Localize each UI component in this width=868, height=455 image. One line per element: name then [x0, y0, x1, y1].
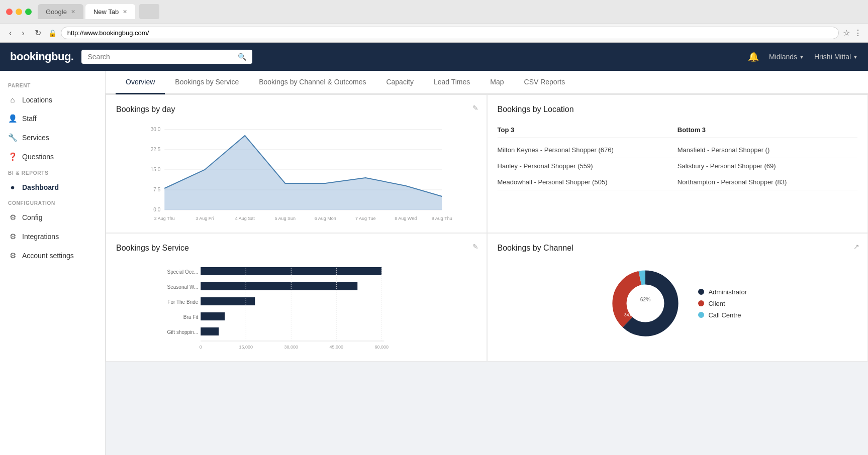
tab-bookings-service[interactable]: Bookings by Service — [165, 71, 249, 94]
bottom-location-1: Mansfield - Personal Shopper () — [678, 146, 857, 154]
top-location-3: Meadowhall - Personal Shopper (505) — [498, 178, 678, 186]
legend-item-call-centre: Call Centre — [698, 311, 747, 319]
user-dropdown[interactable]: Hrishi Mittal ▼ — [814, 53, 858, 61]
tab-bookings-channel[interactable]: Bookings by Channel & Outcomes — [249, 71, 376, 94]
svg-text:4 Aug Sat: 4 Aug Sat — [235, 216, 255, 221]
dashboard-icon: ● — [8, 183, 17, 191]
config-icon: ⚙ — [8, 213, 17, 222]
user-name-label: Hrishi Mittal — [814, 53, 851, 61]
widget-bookings-by-day: Bookings by day ✎ 30.0 22.5 15.0 7.5 0.0 — [106, 94, 487, 233]
sidebar-item-config-label: Config — [22, 213, 42, 221]
bookings-by-service-chart: Special Occ... Seasonal W... For The Bri… — [116, 261, 476, 351]
sidebar-item-integrations[interactable]: ⚙ Integrations — [0, 227, 105, 246]
bottom-location-2: Salisbury - Personal Shopper (69) — [678, 162, 857, 170]
search-input[interactable] — [87, 53, 234, 61]
minimize-window-btn[interactable] — [16, 9, 22, 15]
address-input[interactable] — [61, 27, 839, 39]
integrations-icon: ⚙ — [8, 232, 17, 241]
notifications-bell-icon[interactable]: 🔔 — [748, 51, 759, 62]
svg-rect-28 — [201, 327, 219, 335]
browser-tab-newtab-close[interactable]: ✕ — [123, 9, 127, 15]
window-controls — [6, 9, 32, 15]
svg-text:15,000: 15,000 — [239, 345, 253, 350]
menu-icon[interactable]: ⋮ — [854, 28, 862, 38]
staff-icon: 👤 — [8, 114, 17, 123]
bookings-by-channel-expand-icon[interactable]: ↗ — [853, 243, 859, 251]
svg-text:7.5: 7.5 — [153, 187, 160, 192]
legend-dot-client — [698, 300, 704, 306]
svg-text:30.0: 30.0 — [151, 127, 161, 132]
sidebar-parent-label: PARENT — [0, 79, 105, 90]
svg-text:22.5: 22.5 — [151, 147, 161, 152]
tabs-bar: Overview Bookings by Service Bookings by… — [106, 71, 868, 94]
tab-overview[interactable]: Overview — [116, 71, 165, 94]
tab-bookings-service-label: Bookings by Service — [175, 78, 239, 86]
tab-csv-reports[interactable]: CSV Reports — [514, 71, 575, 94]
browser-tab-google[interactable]: Google ✕ — [38, 4, 83, 19]
services-icon: 🔧 — [8, 133, 17, 142]
svg-text:15.0: 15.0 — [151, 167, 161, 172]
sidebar-item-services-label: Services — [22, 134, 49, 142]
legend-label-administrator: Administrator — [708, 288, 747, 296]
legend-dot-call-centre — [698, 312, 704, 318]
logo: bookingbug. — [10, 50, 73, 63]
bookings-by-day-expand-icon[interactable]: ✎ — [472, 104, 478, 112]
region-label: Midlands — [769, 53, 797, 61]
tab-capacity[interactable]: Capacity — [376, 71, 423, 94]
top3-header: Top 3 — [498, 126, 678, 134]
top-location-1: Milton Keynes - Personal Shopper (676) — [498, 146, 678, 154]
browser-forward-btn[interactable]: › — [19, 28, 27, 39]
widget-bookings-by-location: Bookings by Location Top 3 Bottom 3 Milt… — [487, 94, 869, 233]
legend-dot-administrator — [698, 289, 704, 295]
tab-csv-reports-label: CSV Reports — [524, 78, 565, 86]
star-icon[interactable]: ☆ — [843, 28, 850, 38]
browser-tab-newtab[interactable]: New Tab ✕ — [85, 4, 135, 19]
donut-chart-svg: 62% 34.6% — [608, 266, 683, 341]
sidebar-item-services[interactable]: 🔧 Services — [0, 128, 105, 147]
location-table-header: Top 3 Bottom 3 — [498, 122, 858, 138]
table-row: Hanley - Personal Shopper (559) Salisbur… — [498, 158, 858, 174]
browser-back-btn[interactable]: ‹ — [6, 28, 15, 39]
svg-rect-22 — [201, 282, 357, 290]
dashboard-grid: Bookings by day ✎ 30.0 22.5 15.0 7.5 0.0 — [106, 94, 868, 362]
sidebar-item-dashboard[interactable]: ● Dashboard — [0, 178, 105, 196]
table-row: Meadowhall - Personal Shopper (505) Nort… — [498, 174, 858, 190]
tab-lead-times[interactable]: Lead Times — [424, 71, 480, 94]
svg-text:45,000: 45,000 — [329, 345, 343, 350]
user-dropdown-arrow: ▼ — [853, 54, 858, 60]
region-dropdown-arrow: ▼ — [799, 54, 804, 60]
new-tab-btn[interactable] — [139, 4, 159, 19]
sidebar-item-locations[interactable]: ⌂ Locations — [0, 90, 105, 109]
browser-tab-google-close[interactable]: ✕ — [71, 9, 75, 15]
bookings-by-day-chart: 30.0 22.5 15.0 7.5 0.0 — [116, 122, 476, 222]
svg-text:34.6%: 34.6% — [625, 312, 637, 317]
svg-text:62%: 62% — [640, 297, 651, 302]
browser-chrome: Google ✕ New Tab ✕ ‹ › ↻ 🔒 ☆ ⋮ — [0, 0, 868, 43]
sidebar-item-questions-label: Questions — [22, 153, 54, 161]
legend-item-administrator: Administrator — [698, 288, 747, 296]
svg-text:7 Aug Tue: 7 Aug Tue — [355, 216, 376, 221]
line-chart-svg: 30.0 22.5 15.0 7.5 0.0 — [116, 122, 476, 222]
svg-text:2 Aug Thu: 2 Aug Thu — [154, 216, 175, 221]
bookings-by-day-title: Bookings by day — [116, 105, 476, 114]
header-right: 🔔 Midlands ▼ Hrishi Mittal ▼ — [748, 51, 858, 62]
legend-label-client: Client — [708, 300, 725, 307]
maximize-window-btn[interactable] — [25, 9, 32, 15]
svg-rect-26 — [201, 312, 225, 320]
sidebar-item-questions[interactable]: ❓ Questions — [0, 147, 105, 166]
tab-map-label: Map — [490, 78, 504, 86]
sidebar-item-dashboard-label: Dashboard — [22, 183, 59, 191]
close-window-btn[interactable] — [6, 9, 13, 15]
browser-tab-google-label: Google — [46, 8, 67, 16]
tab-overview-label: Overview — [126, 78, 155, 86]
sidebar-item-account-settings[interactable]: ⚙ Account settings — [0, 246, 105, 265]
sidebar-item-config[interactable]: ⚙ Config — [0, 208, 105, 227]
region-dropdown[interactable]: Midlands ▼ — [769, 53, 804, 61]
search-icon[interactable]: 🔍 — [238, 53, 246, 61]
widget-bookings-by-service: Bookings by Service ✎ Special Occ... Sea… — [106, 233, 487, 362]
browser-refresh-btn[interactable]: ↻ — [32, 27, 44, 39]
bookings-by-service-expand-icon[interactable]: ✎ — [472, 243, 478, 251]
sidebar-item-staff[interactable]: 👤 Staff — [0, 109, 105, 128]
legend-label-call-centre: Call Centre — [708, 311, 741, 319]
tab-map[interactable]: Map — [480, 71, 514, 94]
